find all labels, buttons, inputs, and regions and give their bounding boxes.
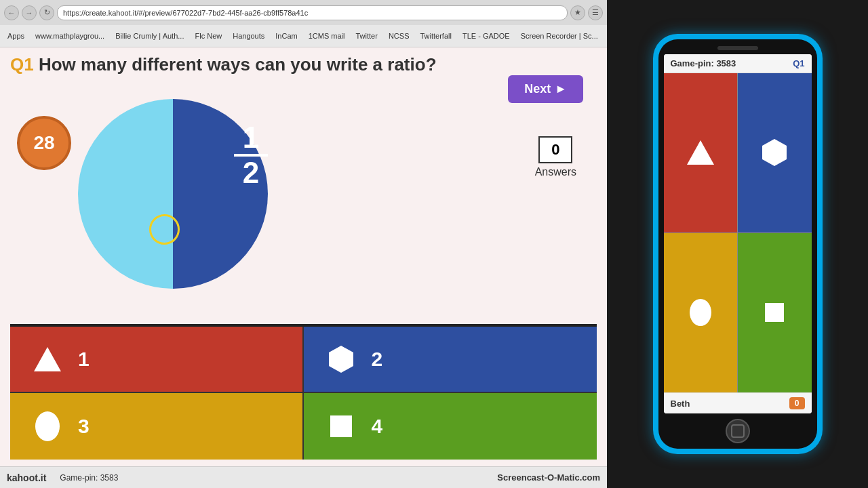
answers-counter: 0 Answers: [535, 136, 576, 178]
phone-q-badge: Q1: [793, 58, 804, 68]
answer-option-4[interactable]: 4: [304, 393, 597, 460]
fraction-display: 1 2: [234, 123, 268, 188]
hexagon-icon: [324, 342, 358, 376]
browser-window: ← → ↻ https://create.kahoot.it/#/preview…: [0, 0, 607, 488]
forward-button[interactable]: →: [22, 5, 37, 20]
phone-home-inner: [731, 424, 745, 438]
phone-score-badge: 0: [789, 397, 805, 409]
bookmark-twitter[interactable]: Twitter: [353, 30, 381, 41]
phone-option-blue[interactable]: [738, 73, 812, 233]
question-number: Q1: [10, 54, 34, 75]
fraction-denominator: 2: [243, 158, 259, 188]
question-body: 28 Next ► 1 2: [10, 82, 597, 324]
answer-label-3: 3: [78, 415, 90, 438]
question-header: Q1 How many different ways can you write…: [10, 54, 597, 75]
url-text: https://create.kahoot.it/#/preview/67702…: [63, 9, 308, 17]
fraction-numerator: 1: [243, 123, 259, 152]
phone-home-button[interactable]: [726, 419, 750, 443]
next-arrow-icon: ►: [555, 82, 567, 96]
answer-grid: 1 2 3: [10, 324, 597, 460]
pie-chart-container: 1 2: [64, 89, 281, 299]
bookmark-ncss[interactable]: NCSS: [385, 30, 413, 41]
bookmark-tle[interactable]: TLE - GADOE: [459, 30, 513, 41]
cursor-indicator: [149, 214, 180, 245]
answer-option-2[interactable]: 2: [304, 327, 597, 393]
phone-footer: Beth 0: [664, 392, 812, 413]
bookmark-cms[interactable]: 1CMS mail: [305, 30, 349, 41]
next-label: Next: [524, 82, 551, 96]
answer-label-2: 2: [372, 348, 383, 371]
phone-container: Game-pin: 3583 Q1: [607, 0, 868, 488]
phone-header: Game-pin: 3583 Q1: [664, 54, 812, 73]
browser-toolbar: ← → ↻ https://create.kahoot.it/#/preview…: [0, 0, 607, 47]
phone-option-red[interactable]: [664, 73, 738, 233]
phone-circle-icon: [684, 296, 717, 329]
svg-rect-3: [330, 415, 352, 437]
square-icon: [324, 409, 358, 443]
phone-triangle-icon: [684, 136, 717, 169]
answer-label-1: 1: [78, 348, 90, 371]
phone-screen: Game-pin: 3583 Q1: [664, 54, 812, 413]
phone-hexagon-icon: [758, 136, 791, 169]
svg-marker-4: [687, 140, 714, 165]
bookmark-billie[interactable]: Billie Crumly | Auth...: [112, 30, 187, 41]
browser-footer: kahoot.it Game-pin: 3583 Screencast-O-Ma…: [0, 466, 607, 488]
phone-gamepin: Game-pin: 3583: [671, 58, 736, 68]
answer-option-1[interactable]: 1: [10, 327, 304, 393]
browser-nav: ← → ↻ https://create.kahoot.it/#/preview…: [0, 0, 607, 25]
footer-screencast: Screencast-O-Matic.com: [497, 472, 600, 483]
phone-option-grid: [664, 73, 812, 392]
bookmark-screenrec[interactable]: Screen Recorder | Sc...: [517, 30, 601, 41]
svg-rect-7: [765, 303, 784, 322]
question-text: How many different ways can you write a …: [39, 54, 437, 75]
timer-value: 28: [33, 132, 54, 154]
answers-count-box: 0: [538, 136, 572, 163]
bookmark-mathplay[interactable]: www.mathplaygrou...: [32, 30, 108, 41]
answers-label: Answers: [535, 166, 576, 178]
answers-count-value: 0: [551, 141, 559, 159]
bookmark-incam[interactable]: InCam: [272, 30, 300, 41]
phone-option-yellow[interactable]: [664, 233, 738, 393]
reload-button[interactable]: ↻: [39, 5, 54, 20]
phone-screen-outer: Game-pin: 3583 Q1: [658, 39, 817, 449]
main-content: Q1 How many different ways can you write…: [0, 47, 607, 466]
menu-button[interactable]: ☰: [588, 5, 603, 20]
timer-circle: 28: [17, 116, 71, 170]
footer-gamepin: Game-pin: 3583: [60, 473, 118, 483]
bookmark-flcnew[interactable]: Flc New: [191, 30, 225, 41]
svg-point-6: [690, 299, 711, 326]
star-button[interactable]: ★: [570, 5, 585, 20]
svg-marker-1: [329, 346, 353, 373]
answer-label-4: 4: [372, 415, 383, 438]
phone-square-icon: [758, 296, 791, 329]
svg-point-2: [35, 411, 60, 441]
footer-brand: kahoot.it: [7, 472, 46, 483]
address-bar[interactable]: https://create.kahoot.it/#/preview/67702…: [57, 5, 568, 20]
answer-option-3[interactable]: 3: [10, 393, 304, 460]
bookmark-twitterfall[interactable]: Twitterfall: [416, 30, 454, 41]
phone-option-green[interactable]: [738, 233, 812, 393]
circle-icon: [31, 409, 64, 443]
svg-marker-5: [762, 139, 787, 166]
phone-body: Game-pin: 3583 Q1: [653, 34, 823, 454]
bookmarks-bar: Apps www.mathplaygrou... Billie Crumly |…: [0, 25, 607, 47]
phone-username: Beth: [671, 399, 690, 409]
svg-marker-0: [34, 347, 61, 371]
bookmark-apps[interactable]: Apps: [4, 30, 28, 41]
triangle-icon: [31, 342, 64, 376]
next-button[interactable]: Next ►: [508, 75, 583, 103]
back-button[interactable]: ←: [4, 5, 19, 20]
phone-speaker: [717, 46, 758, 50]
bookmark-hangouts[interactable]: Hangouts: [229, 30, 268, 41]
